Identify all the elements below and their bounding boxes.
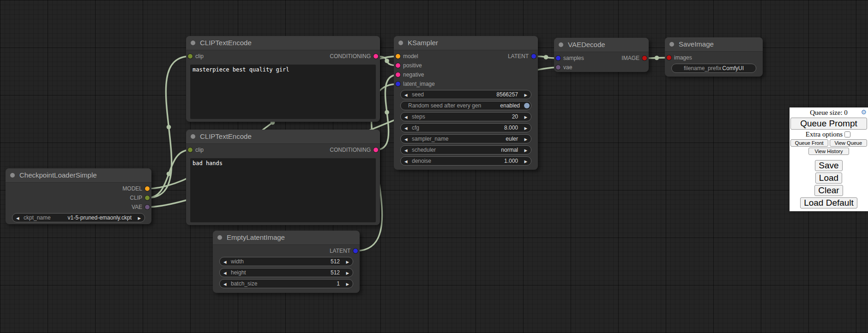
widget-decrement-icon[interactable]: ◀ bbox=[223, 258, 227, 266]
output-port-LATENT-icon[interactable] bbox=[531, 54, 536, 59]
widget-cfg[interactable]: ◀ cfg 8.000 ▶ bbox=[400, 123, 531, 132]
node-collapse-dot[interactable] bbox=[10, 173, 15, 178]
input-port-negative-icon[interactable] bbox=[396, 72, 400, 77]
input-port-latent_image-icon[interactable] bbox=[396, 82, 400, 86]
save-button[interactable]: Save bbox=[815, 160, 842, 171]
output-port-MODEL-icon[interactable] bbox=[145, 186, 150, 191]
widget-increment-icon[interactable]: ▶ bbox=[524, 124, 527, 132]
widget-increment-icon[interactable]: ▶ bbox=[346, 280, 349, 288]
settings-gear-icon[interactable]: ⚙ bbox=[861, 108, 867, 117]
widget-label: Random seed after every gen bbox=[408, 101, 481, 110]
widget-value: 512 bbox=[331, 268, 340, 277]
queue-front-button[interactable]: Queue Front bbox=[790, 139, 828, 147]
output-slot-IMAGE: IMAGE bbox=[554, 54, 649, 63]
widget-decrement-icon[interactable]: ◀ bbox=[404, 113, 408, 121]
prompt-textarea[interactable]: masterpiece best quality girl bbox=[190, 65, 376, 119]
widget-height[interactable]: ◀ height 512 ▶ bbox=[219, 268, 353, 277]
node-title-bar[interactable]: CheckpointLoaderSimple bbox=[6, 168, 151, 182]
node-title-bar[interactable]: EmptyLatentImage bbox=[213, 231, 360, 244]
node-layer: CheckpointLoaderSimple MODEL CLIP VAE ◀ … bbox=[0, 0, 868, 333]
node-collapse-dot[interactable] bbox=[398, 41, 403, 45]
widget-increment-icon[interactable]: ▶ bbox=[524, 157, 527, 166]
widget-decrement-icon[interactable]: ◀ bbox=[404, 91, 408, 99]
widget-random-seed-after-every-gen[interactable]: Random seed after every gen enabled bbox=[400, 101, 531, 110]
node-clip-text-encode-positive[interactable]: CLIPTextEncode clip CONDITIONING masterp… bbox=[186, 36, 380, 122]
widget-ckpt-name[interactable]: ◀ ckpt_name v1-5-pruned-emaonly.ckpt ▶ bbox=[12, 213, 145, 222]
widget-denoise[interactable]: ◀ denoise 1.000 ▶ bbox=[400, 156, 531, 166]
node-checkpoint-loader[interactable]: CheckpointLoaderSimple MODEL CLIP VAE ◀ … bbox=[6, 168, 151, 224]
output-port-LATENT-icon[interactable] bbox=[353, 249, 358, 253]
node-title-bar[interactable]: CLIPTextEncode bbox=[186, 36, 380, 50]
output-port-IMAGE-icon[interactable] bbox=[642, 56, 647, 60]
output-port-VAE-icon[interactable] bbox=[145, 205, 150, 209]
widget-seed[interactable]: ◀ seed 8566257 ▶ bbox=[400, 90, 531, 99]
input-label: positive bbox=[403, 61, 422, 70]
input-port-positive-icon[interactable] bbox=[396, 63, 400, 68]
node-vae-decode[interactable]: VAEDecode samples vae IMAGE bbox=[554, 38, 649, 72]
node-collapse-dot[interactable] bbox=[559, 42, 563, 47]
output-slot-MODEL: MODEL bbox=[6, 184, 151, 193]
comfyui-app: { "canvas": { "bg_color": "#242424", "wi… bbox=[0, 0, 868, 333]
clear-button[interactable]: Clear bbox=[814, 185, 843, 196]
extra-options-label: Extra options bbox=[806, 131, 843, 138]
widget-increment-icon[interactable]: ▶ bbox=[138, 214, 141, 222]
view-queue-button[interactable]: View Queue bbox=[830, 139, 868, 147]
input-slot-negative: negative bbox=[394, 70, 538, 79]
output-label: MODEL bbox=[122, 184, 142, 193]
node-title: KSampler bbox=[408, 36, 438, 50]
input-slot-latent_image: latent_image bbox=[394, 79, 538, 89]
input-slot-images: images bbox=[665, 53, 763, 62]
node-collapse-dot[interactable] bbox=[191, 134, 195, 139]
output-port-CONDITIONING-icon[interactable] bbox=[374, 54, 378, 59]
output-label: IMAGE bbox=[621, 54, 639, 63]
node-ksampler[interactable]: KSampler model positive negative latent_… bbox=[394, 36, 538, 170]
widget-sampler-name[interactable]: ◀ sampler_name euler ▶ bbox=[400, 134, 531, 143]
node-title-bar[interactable]: VAEDecode bbox=[554, 38, 649, 52]
toggle-dot-icon[interactable] bbox=[524, 103, 530, 108]
widget-increment-icon[interactable]: ▶ bbox=[524, 113, 527, 121]
widget-label: ckpt_name bbox=[24, 214, 51, 222]
node-title: EmptyLatentImage bbox=[227, 231, 285, 244]
input-port-vae-icon[interactable] bbox=[556, 65, 561, 70]
output-port-CONDITIONING-icon[interactable] bbox=[374, 148, 378, 152]
prompt-textarea[interactable]: bad hands bbox=[190, 158, 376, 222]
node-collapse-dot[interactable] bbox=[669, 42, 674, 47]
widget-decrement-icon[interactable]: ◀ bbox=[223, 269, 227, 277]
widget-decrement-icon[interactable]: ◀ bbox=[404, 135, 408, 143]
widget-increment-icon[interactable]: ▶ bbox=[524, 135, 527, 143]
input-port-images-icon[interactable] bbox=[667, 55, 671, 60]
extra-options-checkbox[interactable] bbox=[844, 131, 850, 137]
widget-increment-icon[interactable]: ▶ bbox=[346, 269, 349, 277]
output-slot-LATENT: LATENT bbox=[213, 246, 360, 256]
graph-canvas[interactable]: CheckpointLoaderSimple MODEL CLIP VAE ◀ … bbox=[0, 0, 868, 333]
input-slot-vae: vae bbox=[554, 63, 649, 72]
node-title-bar[interactable]: CLIPTextEncode bbox=[186, 130, 380, 143]
node-collapse-dot[interactable] bbox=[217, 235, 222, 240]
widget-increment-icon[interactable]: ▶ bbox=[524, 146, 527, 155]
widget-scheduler[interactable]: ◀ scheduler normal ▶ bbox=[400, 145, 531, 155]
node-title-bar[interactable]: SaveImage bbox=[665, 37, 763, 51]
node-title-bar[interactable]: KSampler bbox=[394, 36, 538, 50]
node-save-image[interactable]: SaveImage imagesfilename_prefix ComfyUI bbox=[665, 37, 763, 77]
node-collapse-dot[interactable] bbox=[191, 41, 195, 45]
node-empty-latent-image[interactable]: EmptyLatentImage LATENT ◀ width 512 ▶◀ h… bbox=[213, 231, 360, 293]
queue-menu: Queue size: 0 ⚙ Queue Prompt Extra optio… bbox=[790, 107, 868, 211]
load-button[interactable]: Load bbox=[815, 172, 842, 184]
widget-batch-size[interactable]: ◀ batch_size 1 ▶ bbox=[219, 279, 353, 288]
widget-decrement-icon[interactable]: ◀ bbox=[404, 146, 408, 155]
widget-steps[interactable]: ◀ steps 20 ▶ bbox=[400, 112, 531, 121]
widget-decrement-icon[interactable]: ◀ bbox=[16, 214, 19, 222]
widget-filename-prefix[interactable]: filename_prefix ComfyUI bbox=[671, 64, 756, 73]
queue-prompt-button[interactable]: Queue Prompt bbox=[790, 118, 867, 130]
widget-decrement-icon[interactable]: ◀ bbox=[404, 124, 408, 132]
load-default-button[interactable]: Load Default bbox=[800, 197, 857, 208]
widget-width[interactable]: ◀ width 512 ▶ bbox=[219, 257, 353, 266]
widget-label: seed bbox=[412, 90, 424, 99]
widget-decrement-icon[interactable]: ◀ bbox=[223, 280, 227, 288]
widget-increment-icon[interactable]: ▶ bbox=[346, 258, 349, 266]
widget-increment-icon[interactable]: ▶ bbox=[524, 91, 527, 99]
widget-decrement-icon[interactable]: ◀ bbox=[404, 157, 408, 166]
output-port-CLIP-icon[interactable] bbox=[145, 196, 150, 200]
node-clip-text-encode-negative[interactable]: CLIPTextEncode clip CONDITIONING bad han… bbox=[186, 130, 380, 225]
view-history-button[interactable]: View History bbox=[808, 148, 849, 155]
